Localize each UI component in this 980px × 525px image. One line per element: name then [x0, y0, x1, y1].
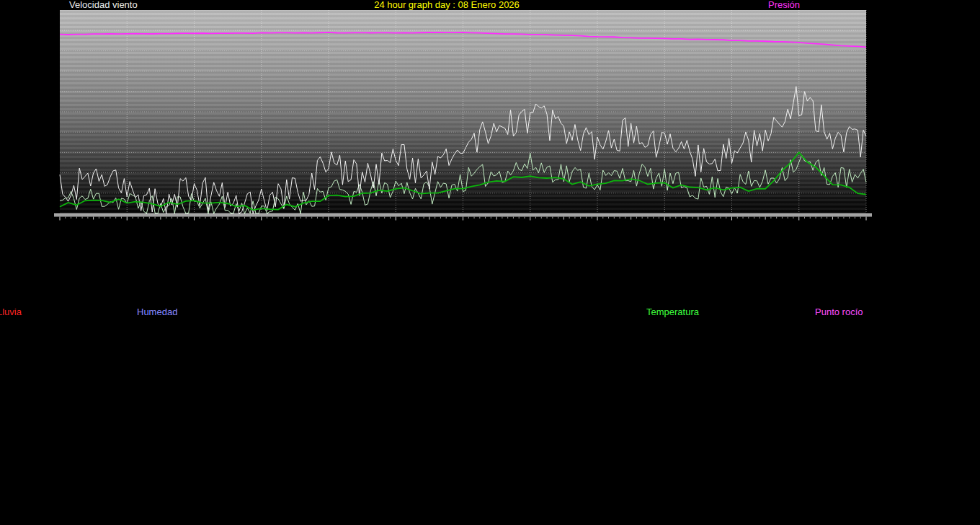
wind-pressure-panel: [54, 10, 872, 221]
wind-pressure-x-axis-bar: [54, 214, 872, 217]
weather-24h-graph-page: Velocidad viento 24 hour graph day : 08 …: [0, 0, 980, 525]
weather-charts-svg: [0, 0, 980, 525]
charts-container: [0, 0, 980, 525]
